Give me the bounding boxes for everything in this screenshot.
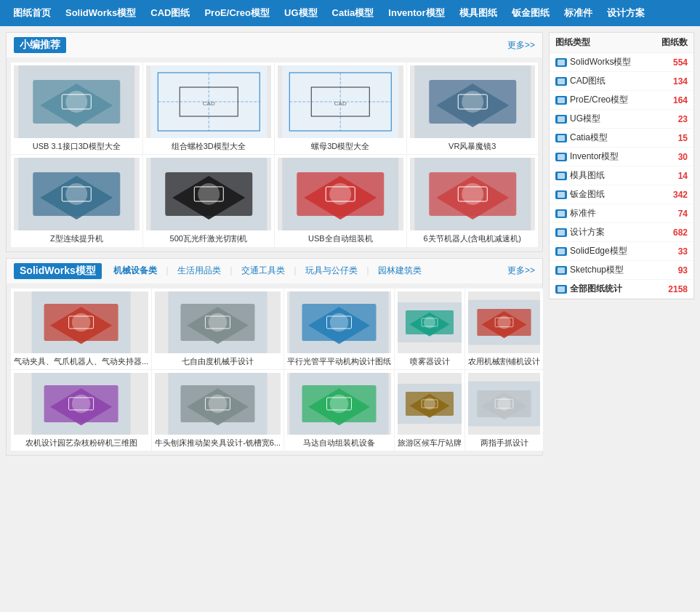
nav-home[interactable]: 图纸首页	[6, 0, 58, 26]
solidworks-header-left: SolidWorks模型 机械设备类｜生活用品类｜交通工具类｜玩具与公仔类｜园林…	[14, 263, 427, 279]
editor-pick-item[interactable]: USB 3.1接口3D模型大全	[11, 63, 142, 154]
solidworks-item[interactable]: 气动夹具、气爪机器人、气动夹持器...	[11, 289, 151, 369]
editor-pick-item[interactable]: CAD 螺母3D模型大全	[275, 63, 406, 154]
item-label: 牛头刨床推动架夹具设计-铣槽宽6...	[155, 438, 281, 448]
solidworks-tab-园林建筑类[interactable]: 园林建筑类	[372, 263, 427, 278]
item-thumbnail	[14, 291, 148, 353]
category-icon	[555, 228, 567, 237]
solidworks-item[interactable]: 农机设计园艺杂枝粉碎机三维图	[11, 370, 151, 451]
solidworks-section: SolidWorks模型 机械设备类｜生活用品类｜交通工具类｜玩具与公仔类｜园林…	[6, 258, 543, 456]
category-count: 2158	[651, 284, 688, 294]
nav-design[interactable]: 设计方案	[600, 0, 652, 26]
solidworks-item[interactable]: 农用机械割铺机设计	[465, 289, 543, 369]
category-name: 模具图纸	[570, 169, 651, 182]
solidworks-item[interactable]: 牛头刨床推动架夹具设计-铣槽宽6...	[152, 370, 283, 451]
item-thumbnail	[146, 158, 272, 230]
item-thumbnail	[278, 158, 403, 230]
nav-cad[interactable]: CAD图纸	[143, 0, 197, 26]
nav-inventor[interactable]: Inventor模型	[381, 0, 451, 26]
solidworks-more[interactable]: 更多>>	[507, 265, 535, 277]
nav-catia[interactable]: Catia模型	[325, 0, 382, 26]
solidworks-tab-玩具与公仔类[interactable]: 玩具与公仔类	[299, 263, 363, 278]
category-row[interactable]: 标准件 74	[550, 204, 693, 223]
item-label: 组合螺栓3D模型大全	[146, 141, 272, 151]
item-label: 喷雾器设计	[398, 356, 462, 366]
item-thumbnail	[14, 158, 140, 230]
solidworks-subtabs: 机械设备类｜生活用品类｜交通工具类｜玩具与公仔类｜园林建筑类	[108, 263, 427, 278]
item-thumbnail	[14, 65, 140, 138]
solidworks-tab-生活用品类[interactable]: 生活用品类	[172, 263, 227, 278]
nav-solidworks[interactable]: SolidWorks模型	[58, 0, 143, 26]
top-navigation: 图纸首页 SolidWorks模型 CAD图纸 ProE/Creo模型 UG模型…	[0, 0, 700, 26]
category-name: 全部图纸统计	[570, 283, 651, 295]
category-table: 图纸类型 图纸数 SolidWorks模型 554 CAD图纸 134 ProE…	[549, 32, 694, 299]
nav-ug[interactable]: UG模型	[277, 0, 325, 26]
cat-col-count: 图纸数	[651, 36, 688, 49]
solidworks-item[interactable]: 喷雾器设计	[395, 289, 464, 369]
editor-picks-section: 小编推荐 更多>> USB 3.1接口3D模型大全 CAD 组合螺栓3D模型大全	[6, 32, 543, 252]
item-label: 七自由度机械手设计	[155, 356, 281, 366]
solidworks-title: SolidWorks模型	[14, 263, 102, 279]
item-label: USB全自动组装机	[278, 233, 403, 243]
editor-pick-item[interactable]: Z型连续提升机	[11, 155, 142, 246]
item-thumbnail	[410, 158, 536, 230]
editor-picks-more[interactable]: 更多>>	[507, 39, 535, 52]
solidworks-item[interactable]: 两指手抓设计	[465, 370, 543, 451]
category-row[interactable]: ProE/Creo模型 164	[550, 91, 693, 110]
category-row[interactable]: Catia模型 15	[550, 129, 693, 148]
nav-standard[interactable]: 标准件	[557, 0, 600, 26]
editor-pick-item[interactable]: 500瓦光纤激光切割机	[143, 155, 275, 246]
solidworks-item[interactable]: 平行光管平平动机构设计图纸	[284, 289, 394, 369]
category-count: 14	[651, 171, 688, 181]
nav-mold[interactable]: 模具图纸	[452, 0, 504, 26]
editor-pick-item[interactable]: CAD 组合螺栓3D模型大全	[143, 63, 275, 154]
category-icon	[555, 190, 567, 199]
svg-point-90	[497, 397, 511, 411]
category-icon	[555, 134, 567, 142]
item-thumbnail	[14, 373, 148, 435]
solidworks-item[interactable]: 马达自动组装机设备	[284, 370, 394, 451]
nav-proe[interactable]: ProE/Creo模型	[197, 0, 277, 26]
category-row[interactable]: 模具图纸 14	[550, 166, 693, 185]
category-count: 15	[651, 133, 688, 143]
editor-picks-header: 小编推荐 更多>>	[7, 33, 542, 58]
nav-sheetmetal[interactable]: 钣金图纸	[504, 0, 557, 26]
category-row[interactable]: Sketchup模型 93	[550, 261, 693, 280]
category-count: 30	[651, 152, 688, 162]
category-row[interactable]: CAD图纸 134	[550, 72, 693, 91]
category-name: SolidWorks模型	[570, 56, 651, 68]
category-name: Sketchup模型	[570, 264, 651, 276]
category-count: 33	[651, 246, 688, 257]
category-icon	[555, 209, 567, 218]
item-thumbnail: CAD	[278, 65, 403, 138]
category-count: 554	[651, 57, 688, 68]
category-icon	[555, 96, 567, 105]
category-count: 134	[651, 76, 688, 86]
category-name: 标准件	[570, 207, 651, 220]
category-row[interactable]: 全部图纸统计 2158	[550, 280, 693, 299]
category-icon	[555, 153, 567, 161]
category-row[interactable]: UG模型 23	[550, 110, 693, 129]
item-thumbnail	[410, 65, 536, 138]
category-row[interactable]: Inventor模型 30	[550, 148, 693, 166]
category-row[interactable]: SolidWorks模型 554	[550, 53, 693, 72]
solidworks-item[interactable]: 旅游区候车厅站牌	[395, 370, 464, 451]
editor-pick-item[interactable]: VR风暴魔镜3	[407, 63, 539, 154]
editor-picks-title: 小编推荐	[14, 37, 66, 53]
category-row[interactable]: 钣金图纸 342	[550, 185, 693, 204]
category-name: CAD图纸	[570, 75, 651, 87]
solidworks-tab-交通工具类[interactable]: 交通工具类	[236, 263, 291, 278]
category-row[interactable]: 设计方案 682	[550, 223, 693, 242]
solidworks-grid: 气动夹具、气爪机器人、气动夹持器... 七自由度机械手设计 平行光管平平动机构设…	[7, 284, 542, 456]
item-thumbnail	[468, 291, 540, 353]
item-label: 6关节机器人(含电机减速机)	[410, 233, 536, 243]
solidworks-item[interactable]: 七自由度机械手设计	[152, 289, 283, 369]
solidworks-tab-机械设备类[interactable]: 机械设备类	[108, 263, 163, 278]
svg-text:CAD: CAD	[334, 100, 347, 107]
editor-pick-item[interactable]: USB全自动组装机	[275, 155, 406, 246]
tab-separator: ｜	[291, 265, 299, 277]
category-row[interactable]: SolidEdge模型 33	[550, 242, 693, 261]
svg-point-65	[497, 315, 511, 329]
category-name: SolidEdge模型	[570, 245, 651, 257]
editor-pick-item[interactable]: 6关节机器人(含电机减速机)	[407, 155, 539, 246]
